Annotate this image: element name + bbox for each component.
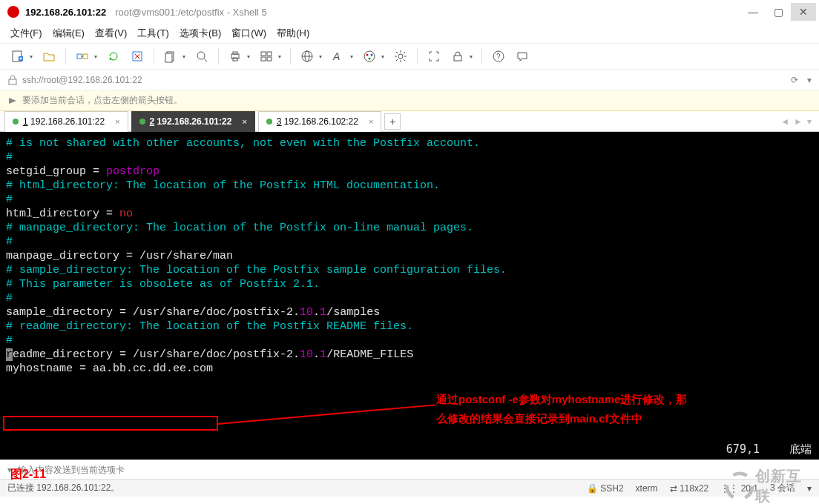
toolbar-separator <box>417 48 418 64</box>
tab2-close-icon[interactable]: × <box>242 117 246 126</box>
input-bar: ▾ <box>0 460 819 479</box>
palette-button[interactable]: ▾ <box>359 46 380 67</box>
hint-text: 要添加当前会话，点击左侧的箭头按钮。 <box>22 94 182 107</box>
layout-button[interactable]: ▾ <box>256 46 277 67</box>
lock-icon <box>7 75 18 85</box>
term-line: # is not shared with other accounts, not… <box>6 136 813 150</box>
svg-rect-12 <box>165 53 172 62</box>
tab1-close-icon[interactable]: × <box>115 117 119 126</box>
address-bar: ssh://root@192.168.26.101:22 ⟳ ▾ <box>0 70 819 90</box>
tab3-label: 192.168.26.102:22 <box>284 116 358 127</box>
watermark-logo-icon <box>726 471 754 501</box>
tab-list-icon[interactable]: ▾ <box>807 116 812 127</box>
close-button[interactable]: ✕ <box>791 3 816 21</box>
encoding-button[interactable]: ▾ <box>297 46 318 67</box>
status-term: xterm <box>636 483 658 494</box>
chat-button[interactable] <box>512 46 533 67</box>
menu-tabs[interactable]: 选项卡(B) <box>180 27 221 40</box>
tab-strip: 1 192.168.26.101:22 × 2 192.168.26.101:2… <box>0 111 819 132</box>
figure-label: 图2-11 <box>10 467 46 483</box>
search-button[interactable] <box>191 46 212 67</box>
new-session-button[interactable]: ▾ <box>7 46 28 67</box>
term-line: # <box>6 334 813 348</box>
highlight-box <box>3 416 218 431</box>
settings-button[interactable] <box>390 46 411 67</box>
maximize-button[interactable]: ▢ <box>766 3 791 21</box>
tab-status-dot-icon <box>13 119 19 125</box>
annotation-arrow <box>218 404 435 425</box>
tab-next-icon[interactable]: ► <box>794 116 803 127</box>
open-button[interactable] <box>39 46 59 67</box>
tab2-label: 192.168.26.101:22 <box>157 116 232 127</box>
term-line: # html_directory: The location of the Po… <box>6 179 813 193</box>
help-button[interactable]: ? <box>488 46 509 67</box>
svg-rect-4 <box>77 54 82 59</box>
svg-rect-16 <box>233 52 237 54</box>
toolbar-separator <box>65 48 66 64</box>
term-line: # <box>6 150 813 165</box>
add-tab-button[interactable]: + <box>384 113 401 130</box>
tab3-close-icon[interactable]: × <box>369 117 373 126</box>
tab1-label: 192.168.26.101:22 <box>30 116 105 127</box>
tab-status-dot-icon <box>139 119 145 125</box>
disconnect-button[interactable] <box>127 46 148 67</box>
status-ssh: 🔒 SSH2 <box>587 483 624 494</box>
hint-arrow-icon[interactable] <box>7 96 18 106</box>
minimize-button[interactable]: — <box>740 3 766 21</box>
font-button[interactable]: A ▾ <box>328 46 349 67</box>
tab-session-3[interactable]: 3 192.168.26.102:22 × <box>258 111 382 132</box>
annotation-text: 通过postconf -e参数对myhostname进行修改，那 么修改的结果会… <box>436 390 748 428</box>
svg-rect-21 <box>267 57 272 61</box>
menu-edit[interactable]: 编辑(E) <box>53 27 85 40</box>
term-line: html_directory = no <box>6 207 813 221</box>
window-address: 192.168.26.101:22 <box>25 7 106 18</box>
toolbar-separator <box>154 48 154 64</box>
terminal[interactable]: # is not shared with other accounts, not… <box>0 132 819 460</box>
menu-window[interactable]: 窗口(W) <box>231 27 266 40</box>
addr-dropdown-icon[interactable]: ▾ <box>807 75 812 85</box>
copy-button[interactable]: ▾ <box>160 46 181 67</box>
svg-rect-19 <box>267 52 272 56</box>
tab-session-2[interactable]: 2 192.168.26.101:22 × <box>131 111 255 132</box>
toolbar-separator <box>290 48 291 64</box>
line-col: 679,1 <box>726 442 760 457</box>
toolbar-separator <box>218 48 219 64</box>
toolbar: ▾ ▾ ▾ ▾ ▾ ▾ A ▾ ▾ <box>0 43 819 70</box>
menu-view[interactable]: 查看(V) <box>95 27 127 40</box>
tab1-num: 1 <box>23 116 28 127</box>
tab-prev-icon[interactable]: ◄ <box>780 116 789 127</box>
svg-line-35 <box>396 52 398 53</box>
hint-bar: 要添加当前会话，点击左侧的箭头按钮。 <box>0 90 819 111</box>
svg-point-13 <box>197 52 205 59</box>
term-line: # readme_directory: The location of the … <box>6 319 813 334</box>
menu-tools[interactable]: 工具(T) <box>137 27 169 40</box>
term-line: manpage_directory = /usr/share/man <box>6 249 813 263</box>
toolbar-separator <box>481 48 482 64</box>
app-logo-icon <box>7 6 19 18</box>
svg-point-29 <box>369 58 371 60</box>
connect-button[interactable]: ▾ <box>72 46 93 67</box>
lock-button[interactable]: ▾ <box>447 46 468 67</box>
svg-line-14 <box>204 59 207 62</box>
term-line: # <box>6 291 813 305</box>
svg-point-28 <box>371 54 373 56</box>
fullscreen-button[interactable] <box>424 46 444 67</box>
svg-rect-5 <box>83 54 88 59</box>
menu-file[interactable]: 文件(F) <box>10 27 42 40</box>
command-input[interactable] <box>18 465 812 475</box>
svg-rect-18 <box>261 52 266 56</box>
svg-marker-7 <box>109 57 111 60</box>
watermark: 创新互联 <box>726 470 815 503</box>
status-bar: 已连接 192.168.26.101:22。 🔒 SSH2 xterm ⇄ 11… <box>0 479 819 497</box>
scroll-pos: 底端 <box>789 442 812 457</box>
term-line: # sample_directory: The location of the … <box>6 263 813 277</box>
svg-point-26 <box>364 51 375 62</box>
tab-session-1[interactable]: 1 192.168.26.101:22 × <box>4 111 128 132</box>
print-button[interactable]: ▾ <box>225 46 246 67</box>
refresh-icon[interactable]: ⟳ <box>791 75 798 85</box>
menu-help[interactable]: 帮助(H) <box>277 27 309 40</box>
menubar: 文件(F) 编辑(E) 查看(V) 工具(T) 选项卡(B) 窗口(W) 帮助(… <box>0 24 819 43</box>
reconnect-button[interactable] <box>103 46 124 67</box>
address-text[interactable]: ssh://root@192.168.26.101:22 <box>22 75 142 85</box>
svg-text:A: A <box>332 50 340 62</box>
